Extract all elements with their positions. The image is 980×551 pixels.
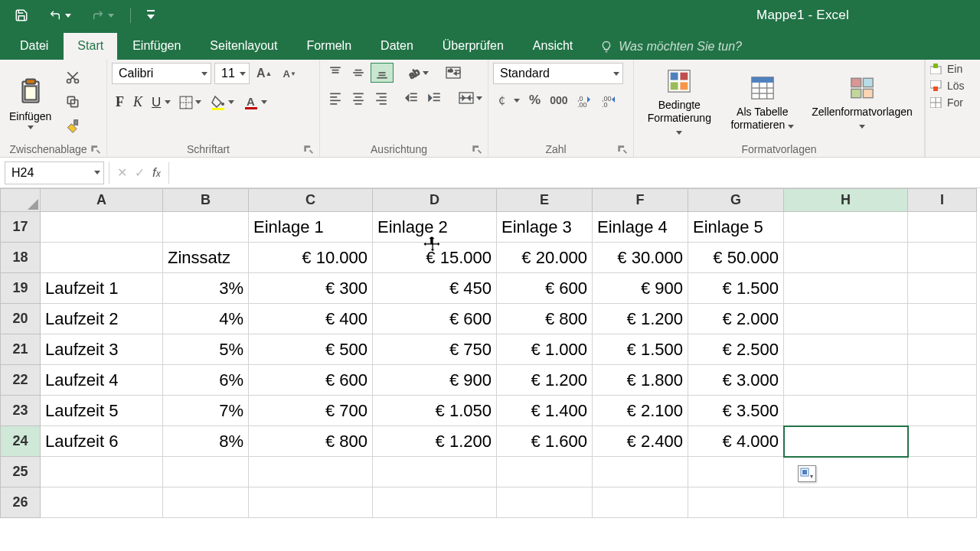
column-header-C[interactable]: C [249, 189, 373, 212]
cell-D17[interactable]: Einlage 2 [373, 212, 497, 243]
cell-B26[interactable] [163, 487, 249, 518]
column-header-G[interactable]: G [688, 189, 784, 212]
row-header-17[interactable]: 17 [1, 212, 41, 243]
format-painter-icon[interactable] [62, 117, 83, 139]
percent-format-icon[interactable]: % [525, 90, 544, 110]
cell-E24[interactable]: € 1.600 [497, 426, 593, 457]
cell-E18[interactable]: € 20.000 [497, 243, 593, 273]
decrease-indent-icon[interactable] [401, 89, 423, 107]
cell-A17[interactable] [41, 212, 163, 243]
cell-I19[interactable] [908, 273, 977, 304]
cell-styles-button[interactable]: Zellenformatvorlagen [805, 72, 920, 135]
cell-E25[interactable] [497, 457, 593, 487]
cell-C17[interactable]: Einlage 1 [249, 212, 373, 243]
font-color-icon[interactable]: A [240, 93, 271, 112]
row-header-25[interactable]: 25 [1, 457, 41, 487]
dialog-launcher-icon[interactable] [90, 145, 100, 155]
cell-E26[interactable] [497, 487, 593, 518]
cell-G23[interactable]: € 3.500 [688, 396, 784, 426]
fx-icon[interactable]: fx [152, 165, 161, 181]
cell-G21[interactable]: € 2.500 [688, 334, 784, 365]
row-header-26[interactable]: 26 [1, 487, 41, 518]
cell-H24[interactable] [784, 426, 908, 457]
tab-daten[interactable]: Daten [367, 33, 427, 60]
cell-A23[interactable]: Laufzeit 5 [41, 396, 163, 426]
cell-H21[interactable] [784, 334, 908, 365]
underline-button[interactable]: U [148, 93, 165, 112]
cell-A25[interactable] [41, 457, 163, 487]
cell-G25[interactable] [688, 457, 784, 487]
cell-E19[interactable]: € 600 [497, 273, 593, 304]
dialog-launcher-icon[interactable] [617, 145, 627, 155]
column-header-F[interactable]: F [593, 189, 688, 212]
cell-E21[interactable]: € 1.000 [497, 334, 593, 365]
cell-B25[interactable] [163, 457, 249, 487]
tell-me-box[interactable]: Was möchten Sie tun? [588, 34, 754, 60]
grow-font-icon[interactable]: A▲ [253, 64, 276, 83]
cell-F25[interactable] [593, 457, 688, 487]
undo-icon[interactable] [43, 7, 75, 24]
cell-D23[interactable]: € 1.050 [373, 396, 497, 426]
cell-C26[interactable] [249, 487, 373, 518]
cell-C21[interactable]: € 500 [249, 334, 373, 365]
cell-B24[interactable]: 8% [163, 426, 249, 457]
cell-D20[interactable]: € 600 [373, 304, 497, 334]
conditional-formatting-button[interactable]: Bedingte Formatierung [639, 65, 720, 140]
cell-I26[interactable] [908, 487, 977, 518]
column-header-E[interactable]: E [497, 189, 593, 212]
cell-H26[interactable] [784, 487, 908, 518]
save-icon[interactable] [11, 6, 32, 24]
cell-B23[interactable]: 7% [163, 396, 249, 426]
align-top-icon[interactable] [325, 64, 346, 82]
cell-G17[interactable]: Einlage 5 [688, 212, 784, 243]
shrink-font-icon[interactable]: A▼ [279, 66, 299, 82]
dialog-launcher-icon[interactable] [472, 145, 482, 155]
row-header-21[interactable]: 21 [1, 334, 41, 365]
cell-A21[interactable]: Laufzeit 3 [41, 334, 163, 365]
cell-D26[interactable] [373, 487, 497, 518]
cell-B21[interactable]: 5% [163, 334, 249, 365]
cell-F22[interactable]: € 1.800 [593, 365, 688, 396]
formula-input[interactable] [169, 161, 980, 184]
align-middle-icon[interactable] [348, 64, 369, 82]
bold-button[interactable]: F [112, 92, 128, 112]
cell-F20[interactable]: € 1.200 [593, 304, 688, 334]
cell-E20[interactable]: € 800 [497, 304, 593, 334]
cell-C20[interactable]: € 400 [249, 304, 373, 334]
redo-icon[interactable] [86, 7, 118, 24]
enter-formula-icon[interactable]: ✓ [135, 165, 145, 180]
cell-G24[interactable]: € 4.000 [688, 426, 784, 457]
cell-A26[interactable] [41, 487, 163, 518]
cell-C23[interactable]: € 700 [249, 396, 373, 426]
paste-button[interactable]: Einfügen [5, 75, 56, 131]
select-all-cell[interactable] [1, 189, 41, 212]
align-left-icon[interactable] [325, 89, 346, 107]
cell-I23[interactable] [908, 396, 977, 426]
borders-icon[interactable] [175, 93, 205, 112]
cell-A20[interactable]: Laufzeit 2 [41, 304, 163, 334]
cell-C22[interactable]: € 600 [249, 365, 373, 396]
tab-formeln[interactable]: Formeln [292, 33, 365, 60]
cell-D21[interactable]: € 750 [373, 334, 497, 365]
cell-C19[interactable]: € 300 [249, 273, 373, 304]
copy-icon[interactable] [62, 93, 83, 114]
cell-H19[interactable] [784, 273, 908, 304]
cell-H20[interactable] [784, 304, 908, 334]
cell-D24[interactable]: € 1.200 [373, 426, 497, 457]
cell-A22[interactable]: Laufzeit 4 [41, 365, 163, 396]
row-header-24[interactable]: 24 [1, 426, 41, 457]
cell-B18[interactable]: Zinssatz [163, 243, 249, 273]
cell-B20[interactable]: 4% [163, 304, 249, 334]
cell-I20[interactable] [908, 304, 977, 334]
align-right-icon[interactable] [371, 89, 392, 107]
worksheet-grid[interactable]: ABCDEFGHI17Einlage 1Einlage 2Einlage 3Ei… [0, 188, 980, 518]
cell-H22[interactable] [784, 365, 908, 396]
cell-A18[interactable] [41, 243, 163, 273]
font-size-combo[interactable]: 11 [214, 63, 250, 84]
merge-center-icon[interactable] [455, 89, 486, 107]
wrap-text-icon[interactable]: ab [442, 64, 465, 82]
cell-D18[interactable]: € 15.000 [373, 243, 497, 273]
row-header-18[interactable]: 18 [1, 243, 41, 273]
cell-I22[interactable] [908, 365, 977, 396]
cell-G18[interactable]: € 50.000 [688, 243, 784, 273]
